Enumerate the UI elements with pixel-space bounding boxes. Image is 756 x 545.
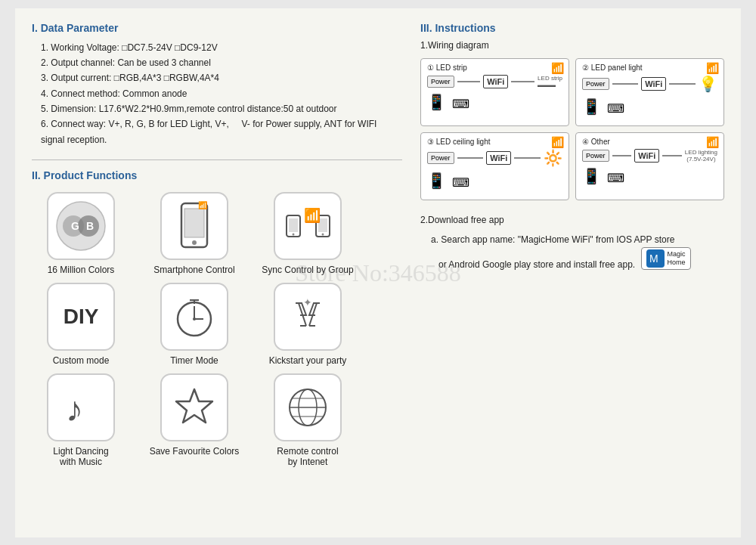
instructions-section: III. Instructions 1.Wiring diagram ① LED…: [420, 22, 724, 273]
svg-rect-10: [289, 218, 298, 232]
phone-small-1: 📱: [427, 93, 446, 111]
function-label-music: Light Dancingwith Music: [53, 446, 108, 467]
function-sync: 📶 Sync Control by Group: [259, 192, 357, 275]
power-box-4: Power: [582, 150, 609, 162]
param-1: 1. Working Voltage: □DC7.5-24V □DC9-12V: [32, 40, 402, 55]
data-parameter-title: I. Data Parameter: [32, 22, 402, 34]
function-icon-sync: 📶: [274, 192, 342, 260]
function-label-sync: Sync Control by Group: [262, 265, 353, 275]
wiring-led-ceiling: ③ LED ceiling light Power WiFi 🔆 📱 ⌨: [420, 132, 569, 200]
function-label-smartphone: Smartphone Control: [153, 265, 234, 275]
wiring-icons-2: 📱 ⌨: [582, 98, 717, 116]
function-colors: G B 16 Million Colors: [32, 192, 130, 275]
divider-1: [32, 159, 402, 160]
music-icon: ♪: [58, 385, 104, 430]
function-icon-timer: [160, 283, 228, 351]
function-label-party: Kickstart your party: [269, 355, 347, 366]
line-2a: [612, 83, 639, 85]
wiring-title-4: ④ Other: [582, 138, 717, 146]
wifi-signal-4: WiFi: [638, 151, 655, 160]
param-4: 4. Connect method: Common anode: [32, 86, 402, 101]
function-label-timer: Timer Mode: [170, 355, 218, 366]
svg-rect-6: [184, 209, 204, 237]
param-3: 3. Output current: □RGB,4A*3 □RGBW,4A*4: [32, 70, 402, 85]
function-icon-colors: G B: [47, 192, 115, 260]
data-parameter-section: I. Data Parameter 1. Working Voltage: □D…: [32, 22, 402, 148]
phone-small-3: 📱: [427, 172, 446, 190]
wiring-other: ④ Other Power WiFi LED lighting(7.5V-24V…: [575, 132, 724, 200]
main-page: Store No:346588 I. Data Parameter 1. Wor…: [15, 8, 741, 537]
line-2b: [669, 83, 696, 85]
wiring-subtitle: 1.Wiring diagram: [420, 40, 724, 51]
power-box-2: Power: [582, 78, 609, 90]
function-smartphone: 📶 Smartphone Control: [145, 192, 243, 275]
param-5: 5. Dimension: L17.6*W2.2*H0.9mm,remote c…: [32, 101, 402, 116]
wiring-diagram-1: Power WiFi LED strip▬▬▬: [427, 75, 562, 88]
svg-text:M: M: [649, 252, 658, 265]
left-column: I. Data Parameter 1. Working Voltage: □D…: [32, 22, 402, 524]
wifi-signal-top-3: 📶: [551, 136, 564, 148]
data-params-list: 1. Working Voltage: □DC7.5-24V □DC9-12V …: [32, 40, 402, 148]
function-label-colors: 16 Million Colors: [48, 265, 115, 275]
svg-point-14: [321, 233, 324, 235]
wiring-grid: ① LED strip Power WiFi LED strip▬▬▬ 📱 ⌨: [420, 58, 724, 200]
line-4a: [612, 155, 632, 156]
line-4b: [662, 155, 682, 156]
phone-small-2: 📱: [582, 98, 601, 116]
led-strip-label: LED strip▬▬▬: [538, 75, 562, 88]
keypad-small-4: ⌨: [607, 171, 624, 185]
svg-text:📶: 📶: [198, 200, 208, 210]
function-diy: DIY Custom mode: [32, 283, 130, 366]
wiring-diagram-3: Power WiFi 🔆: [427, 149, 562, 167]
function-icon-party: ✦: [274, 283, 342, 351]
party-icon: ✦: [285, 294, 330, 339]
phone-icon: 📶: [175, 200, 213, 252]
panel-light-icon: 💡: [699, 75, 717, 93]
right-column: III. Instructions 1.Wiring diagram ① LED…: [420, 22, 724, 524]
product-functions-title: II. Product Functions: [32, 169, 402, 181]
diy-text: DIY: [64, 305, 99, 329]
function-icon-star: [160, 373, 228, 441]
svg-text:✦: ✦: [303, 296, 312, 308]
sync-icon: 📶: [284, 202, 333, 251]
star-icon: [172, 385, 217, 430]
globe-icon: [285, 385, 330, 430]
wiring-title-3: ③ LED ceiling light: [427, 138, 562, 146]
wifi-box-2: WiFi: [641, 77, 666, 91]
function-icon-diy: DIY: [47, 283, 115, 351]
svg-point-11: [292, 233, 294, 235]
wifi-box-1: WiFi: [483, 75, 508, 88]
function-icon-smartphone: 📶: [160, 192, 228, 260]
svg-text:G: G: [71, 220, 79, 232]
svg-point-21: [193, 317, 196, 320]
wifi-signal-top-4: 📶: [706, 136, 719, 148]
wiring-led-panel: ② LED panel light Power WiFi 💡 📱 ⌨: [575, 58, 724, 126]
wifi-box-3: WiFi: [486, 151, 511, 165]
svg-text:📶: 📶: [304, 207, 321, 224]
line-3b: [514, 157, 541, 159]
wifi-signal-2: WiFi: [645, 79, 662, 88]
product-functions-section: II. Product Functions G B 16 Million Col…: [32, 169, 402, 467]
power-box-3: Power: [427, 152, 454, 164]
download-subtitle: 2.Download free app: [420, 212, 724, 228]
svg-text:♪: ♪: [66, 389, 83, 429]
instructions-title: III. Instructions: [420, 22, 724, 34]
wiring-diagram-4: Power WiFi LED lighting(7.5V-24V): [582, 149, 717, 163]
wifi-signal-top-1: 📶: [551, 62, 564, 74]
wiring-icons-1: 📱 ⌨: [427, 93, 562, 111]
timer-icon: [172, 294, 217, 339]
power-box-1: Power: [427, 76, 454, 88]
keypad-small-2: ⌨: [607, 101, 624, 116]
magic-home-icon: M: [646, 249, 665, 268]
function-icon-music: ♪: [47, 373, 115, 441]
param-6: 6. Connect way: V+, R, G, B for LED Ligh…: [32, 116, 402, 147]
function-icon-globe: [274, 373, 342, 441]
line-3a: [457, 157, 484, 159]
wiring-title-2: ② LED panel light: [582, 63, 717, 72]
wifi-box-4: WiFi: [634, 149, 659, 163]
function-label-diy: Custom mode: [53, 355, 110, 366]
keypad-small-3: ⌨: [452, 175, 469, 190]
led-lighting-label: LED lighting(7.5V-24V): [685, 149, 717, 163]
function-label-globe: Remote controlby Intenet: [277, 446, 338, 467]
wiring-icons-3: 📱 ⌨: [427, 172, 562, 190]
